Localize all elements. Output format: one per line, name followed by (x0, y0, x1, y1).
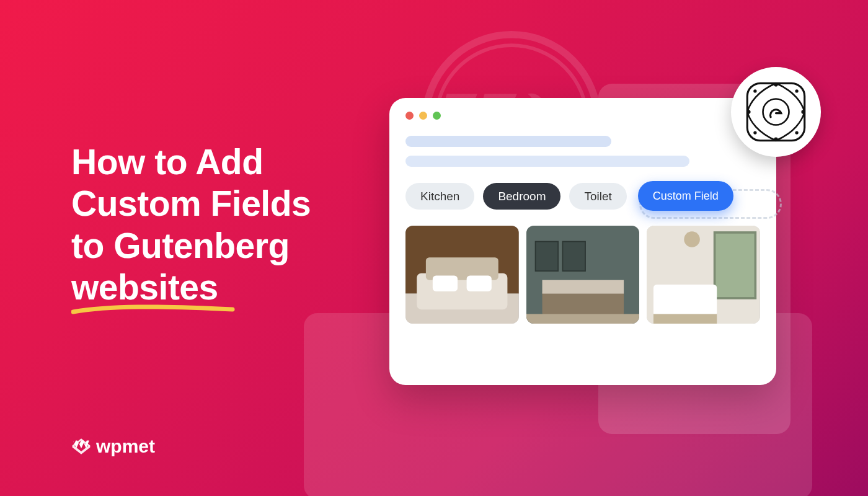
chip-kitchen[interactable]: Kitchen (405, 183, 474, 210)
svg-point-28 (795, 89, 798, 92)
room-thumbnail[interactable] (526, 226, 640, 324)
svg-rect-7 (467, 275, 492, 291)
svg-rect-12 (542, 280, 624, 294)
close-dot-icon (405, 112, 414, 120)
svg-rect-6 (433, 275, 458, 291)
chip-toilet[interactable]: Toilet (569, 183, 626, 210)
brand-logo: wpmet (71, 436, 155, 457)
title-line: websites (71, 267, 218, 307)
gutenberg-badge (731, 67, 821, 157)
svg-rect-15 (715, 232, 756, 298)
bedroom-photo-icon (526, 226, 640, 324)
browser-window-mockup: Kitchen Bedroom Toilet Custom Field (389, 98, 776, 385)
image-grid (405, 226, 760, 324)
svg-point-29 (753, 131, 756, 134)
svg-point-25 (746, 110, 750, 113)
placeholder-line (405, 156, 689, 167)
maximize-dot-icon (433, 112, 441, 120)
bedroom-photo-icon (405, 226, 519, 324)
svg-point-23 (774, 82, 777, 86)
title-line: to Gutenberg (71, 226, 290, 265)
svg-point-27 (753, 89, 756, 92)
window-controls (405, 112, 760, 120)
minimize-dot-icon (419, 112, 427, 120)
room-thumbnail[interactable] (405, 226, 519, 324)
room-thumbnail[interactable] (647, 226, 760, 324)
svg-point-24 (774, 137, 777, 141)
svg-point-26 (801, 110, 805, 113)
page-title: How to Add Custom Fields to Gutenberg we… (71, 141, 311, 308)
wpmet-mark-icon (71, 436, 91, 456)
placeholder-line (405, 136, 611, 147)
bedroom-photo-icon (647, 226, 760, 324)
svg-rect-18 (653, 285, 717, 316)
svg-point-30 (795, 131, 798, 134)
underline-accent-icon (71, 304, 236, 316)
svg-rect-9 (535, 242, 558, 271)
title-line: Custom Fields (71, 184, 311, 223)
svg-rect-19 (653, 314, 717, 324)
category-chip-row: Kitchen Bedroom Toilet Custom Field (405, 183, 760, 210)
gutenberg-logo-icon (743, 79, 808, 144)
chip-custom-field[interactable]: Custom Field (638, 181, 733, 211)
chip-bedroom[interactable]: Bedroom (483, 183, 560, 210)
title-line: How to Add (71, 142, 263, 182)
svg-rect-10 (562, 242, 585, 271)
svg-point-22 (763, 99, 789, 125)
brand-name: wpmet (96, 436, 155, 457)
svg-rect-13 (526, 314, 640, 324)
svg-point-17 (684, 231, 701, 247)
